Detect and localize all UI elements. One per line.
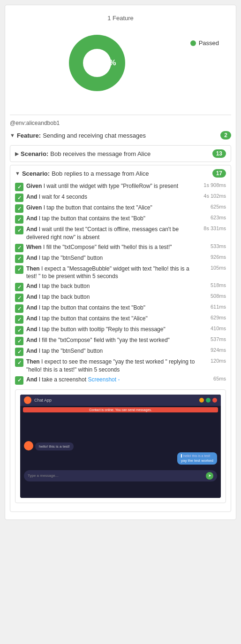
- pass-icon: ✓: [15, 326, 23, 334]
- step-keyword: And: [26, 376, 37, 383]
- scenario-1-header: ▶ Scenario: Bob receives the message fro…: [15, 149, 226, 158]
- chart-section: 1 Feature 100% Passed: [10, 10, 231, 110]
- table-row: ✓ When I fill the "txtCompose" field wit…: [15, 243, 226, 252]
- step-line: And I tap the button with tooltip "Reply…: [26, 326, 226, 334]
- scenario-2-left: ▼ Scenario: Bob replies to a message fro…: [15, 170, 149, 177]
- step-line: When I fill the "txtCompose" field with …: [26, 243, 226, 251]
- step-keyword: And: [26, 326, 37, 333]
- step-keyword: Given: [26, 183, 42, 189]
- main-container: 1 Feature 100% Passed @env:aliceandbob1 …: [5, 5, 236, 520]
- pass-icon: ✓: [15, 358, 23, 367]
- step-line: And I wait until the text "Contact is of…: [26, 225, 226, 241]
- scenario-1-left: ▶ Scenario: Bob receives the message fro…: [15, 150, 151, 157]
- pass-icon: ✓: [15, 376, 23, 385]
- step-time: 518ms: [198, 282, 226, 288]
- step-text: And I tap the back button: [26, 293, 196, 301]
- table-row: ✓ And I take a screenshot Screenshot - 6…: [15, 376, 226, 385]
- step-time: 926ms: [198, 254, 226, 260]
- chart-title: 1 Feature: [107, 15, 134, 22]
- table-row: ✓ And I tap the button with tooltip "Rep…: [15, 326, 226, 334]
- step-keyword: And: [26, 255, 37, 261]
- legend-label: Passed: [199, 39, 219, 47]
- step-time: 623ms: [198, 215, 226, 220]
- scenario-2-chevron-down-icon[interactable]: ▼: [15, 171, 20, 176]
- step-line: Given I wait until the widget with type …: [26, 182, 226, 190]
- pass-icon: ✓: [15, 337, 23, 345]
- step-time: 533ms: [198, 243, 226, 249]
- mock-send-button[interactable]: ➤: [206, 472, 213, 480]
- pass-icon: ✓: [15, 244, 23, 252]
- step-text: And I tap the button that contains the t…: [26, 315, 196, 323]
- step-line: And I tap the "btnSend" button 924ms: [26, 347, 226, 355]
- step-line: And I tap the button that contains the t…: [26, 215, 226, 223]
- step-text: And I tap the back button: [26, 282, 196, 290]
- pass-icon: ✓: [15, 215, 23, 224]
- chart-legend: Passed: [190, 39, 219, 47]
- pass-icon: ✓: [15, 255, 23, 263]
- scenario-1-title: Bob receives the message from Alice: [50, 150, 151, 157]
- pass-icon: ✓: [15, 204, 23, 213]
- screenshot-link[interactable]: Screenshot -: [88, 376, 120, 383]
- step-keyword: And: [26, 215, 37, 222]
- mock-chat-area: hello! this is a test! hello! this is a …: [20, 414, 221, 470]
- step-time: 120ms: [198, 358, 226, 364]
- mock-reply-row: hello! this is a test! yay the test work…: [24, 452, 217, 465]
- table-row: ✓ And I tap the button that contains the…: [15, 215, 226, 224]
- step-line: Then I expect a "MessageBubble" widget w…: [26, 265, 226, 281]
- step-time: 537ms: [198, 336, 226, 342]
- pass-icon: ✓: [15, 348, 23, 356]
- step-text: And I wait for 4 seconds: [26, 193, 196, 201]
- scenario-1-chevron-right-icon[interactable]: ▶: [15, 151, 19, 157]
- step-line: And I tap the back button 508ms: [26, 293, 226, 301]
- step-keyword: And: [26, 315, 37, 322]
- table-row: ✓ And I wait for 4 seconds 4s 102ms: [15, 193, 226, 202]
- steps-list: ✓ Given I wait until the widget with typ…: [15, 182, 226, 385]
- scenario-2-header: ▼ Scenario: Bob replies to a message fro…: [15, 169, 226, 178]
- step-line: And I tap the "btnSend" button 926ms: [26, 254, 226, 262]
- scenario-block-2: ▼ Scenario: Bob replies to a message fro…: [10, 165, 231, 512]
- pass-icon: ✓: [15, 304, 23, 313]
- mock-avatar: [24, 396, 31, 404]
- pass-icon: ✓: [15, 265, 23, 274]
- step-text: And I wait until the text "Contact is of…: [26, 225, 196, 241]
- step-keyword: And: [26, 283, 37, 289]
- step-time: 4s 102ms: [198, 193, 226, 199]
- feature-title: Sending and receiving chat messages: [43, 132, 146, 139]
- screenshot-image: Chat App Contact is online. You can send…: [20, 395, 221, 498]
- step-keyword: Then: [26, 265, 40, 272]
- mock-topbar: Chat App: [20, 395, 221, 406]
- step-text: Then I expect to see the message "yay th…: [26, 358, 196, 374]
- pie-label: 100%: [97, 59, 116, 67]
- feature-row: ▼ Feature: Sending and receiving chat me…: [10, 128, 231, 142]
- legend-dot: [190, 40, 196, 46]
- screenshot-container: Chat App Contact is online. You can send…: [15, 389, 226, 503]
- step-text: And I tap the "btnSend" button: [26, 254, 196, 262]
- mock-input-placeholder: Type a message...: [28, 473, 206, 478]
- step-time: 105ms: [198, 265, 226, 271]
- step-time: 625ms: [198, 204, 226, 209]
- step-line: And I take a screenshot Screenshot - 65m…: [26, 376, 226, 384]
- feature-chevron-down-icon[interactable]: ▼: [10, 132, 15, 138]
- pass-icon: ✓: [15, 194, 23, 202]
- table-row: ✓ And I tap the "btnSend" button 926ms: [15, 254, 226, 263]
- step-keyword: And: [26, 348, 37, 354]
- table-row: ✓ Given I tap the button that contains t…: [15, 204, 226, 213]
- table-row: ✓ Then I expect a "MessageBubble" widget…: [15, 265, 226, 281]
- step-keyword: Then: [26, 358, 40, 365]
- table-row: ✓ Given I wait until the widget with typ…: [15, 182, 226, 191]
- step-line: And I fill the "txtCompose" field with "…: [26, 336, 226, 344]
- mock-screen: Chat App Contact is online. You can send…: [20, 395, 221, 498]
- pass-icon: ✓: [15, 183, 23, 191]
- step-text: And I tap the button that contains the t…: [26, 304, 196, 312]
- feature-badge: 2: [220, 131, 231, 140]
- step-text: Given I tap the button that contains the…: [26, 204, 196, 212]
- mock-sender-avatar: [24, 441, 33, 450]
- table-row: ✓ And I tap the button that contains the…: [15, 315, 226, 324]
- scenario-1-badge: 13: [212, 149, 226, 158]
- pass-icon: ✓: [15, 315, 23, 324]
- mock-message-row: hello! this is a test!: [24, 441, 217, 450]
- step-time: 65ms: [198, 376, 226, 381]
- step-text: When I fill the "txtCompose" field with …: [26, 243, 196, 251]
- step-time: 508ms: [198, 293, 226, 299]
- table-row: ✓ And I tap the back button 508ms: [15, 293, 226, 302]
